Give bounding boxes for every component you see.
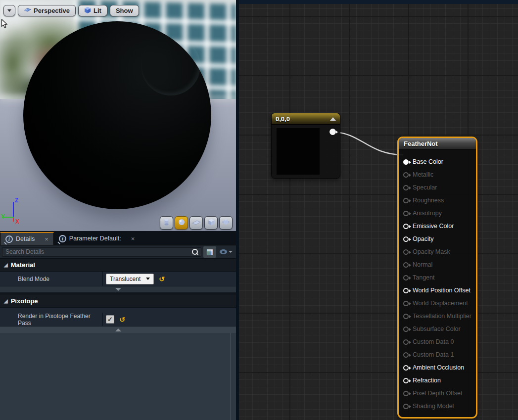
pin-circle-icon[interactable] [403,172,409,178]
viewport-options-button[interactable] [3,5,15,16]
material-node-header[interactable]: FeatherNot [399,138,476,150]
pin-circle-icon[interactable] [403,159,409,165]
pin-circle-icon[interactable] [403,404,409,409]
cube-icon [207,218,215,228]
material-node-title: FeatherNot [404,140,438,147]
z-axis-line [13,202,14,218]
pin-circle-icon[interactable] [403,236,409,242]
pin-circle-icon[interactable] [403,314,409,319]
pin-circle-icon[interactable] [403,198,409,203]
lit-label: Lit [94,7,101,14]
output-pin[interactable] [330,129,336,135]
graph-top-bar [239,0,518,4]
feather-pass-label: Render in Pixotope Feather Pass [0,313,102,327]
constant-node-header[interactable]: 0,0,0 [272,113,340,125]
pin-circle-icon[interactable] [403,275,409,280]
material-pin-custom-data-1[interactable]: Custom Data 1 [399,348,476,361]
blend-mode-value: Translucent [110,276,141,282]
material-pin-ambient-occlusion[interactable]: Ambient Occlusion [399,361,476,374]
material-pin-opacity-mask[interactable]: Opacity Mask [399,245,476,258]
chevron-down-icon [115,288,121,291]
pin-circle-icon[interactable] [403,249,409,255]
material-pin-custom-data-0[interactable]: Custom Data 0 [399,335,476,348]
perspective-button[interactable]: Perspective [18,5,76,16]
preview-mesh-plane-button[interactable] [189,216,203,230]
material-pin-subsurface-color[interactable]: Subsurface Color [399,323,476,335]
tab-parameter-defaults[interactable]: i Parameter Default: × [54,232,140,245]
pixotope-collapse-strip[interactable] [0,327,236,333]
tab-details[interactable]: i Details × [0,232,54,245]
material-pin-opacity[interactable]: Opacity [399,233,476,245]
details-inspector-icon: i [59,235,66,242]
material-pin-base-color[interactable]: Base Color [399,155,476,168]
column-divider[interactable] [102,272,103,286]
property-matrix-button[interactable]: ▦ [203,246,216,258]
collapse-icon[interactable] [330,117,336,121]
material-output-node[interactable]: FeatherNot Base ColorMetallicSpecularRou… [397,137,477,419]
expand-triangle-icon: ◢ [4,298,8,304]
reset-to-default-icon[interactable]: ↺ [119,316,125,323]
material-pin-normal[interactable]: Normal [399,258,476,271]
blend-mode-label: Blend Mode [0,276,102,282]
preview-sphere[interactable] [23,21,211,209]
preview-mesh-cylinder-button[interactable] [160,216,173,230]
lit-button[interactable]: Lit [78,5,107,16]
material-pin-metallic[interactable]: Metallic [399,168,476,181]
pin-circle-icon[interactable] [403,391,409,396]
pin-circle-icon[interactable] [403,378,409,383]
search-input[interactable] [5,248,192,255]
constant-color-node[interactable]: 0,0,0 [271,113,340,179]
material-pin-tessellation-multiplier[interactable]: Tessellation Multiplier [399,310,476,323]
pin-circle-icon[interactable] [403,262,409,268]
show-button[interactable]: Show [110,5,139,16]
material-pin-tangent[interactable]: Tangent [399,271,476,284]
column-divider[interactable] [102,313,103,326]
pin-circle-icon[interactable] [403,301,409,306]
pin-label: Base Color [413,158,443,165]
chevron-down-icon [229,251,233,253]
sphere-icon [178,218,186,228]
material-pin-emissive-color[interactable]: Emissive Color [399,220,476,233]
material-pin-world-position-offset[interactable]: World Position Offset [399,284,476,297]
pin-circle-icon[interactable] [403,352,409,358]
lit-cube-icon [84,6,91,15]
pin-circle-icon[interactable] [403,339,409,345]
close-icon[interactable]: × [131,235,135,242]
material-pin-anisotropy[interactable]: Anisotropy [399,207,476,220]
preview-mesh-sphere-button[interactable] [175,216,188,230]
feather-pass-checkbox[interactable]: ✓ [106,315,114,324]
pin-label: Custom Data 0 [413,338,454,345]
material-graph-canvas[interactable]: 0,0,0 FeatherNot Base ColorMetallicSpecu… [239,0,518,420]
material-pin-roughness[interactable]: Roughness [399,194,476,207]
axis-gizmo: Z Y X [2,197,28,226]
x-axis-label: X [15,218,19,225]
section-header-pixotope[interactable]: ◢ Pixotope [0,295,236,308]
preview-mesh-custom-mesh-button[interactable] [219,216,233,230]
preview-viewport[interactable]: Perspective Lit Show Z Y X [0,0,236,231]
feather-pass-row: Render in Pixotope Feather Pass ✓ ↺ [0,313,236,327]
chevron-down-icon [146,278,150,280]
pin-circle-icon[interactable] [403,224,409,229]
close-icon[interactable]: × [45,235,48,243]
material-pin-pixel-depth-offset[interactable]: Pixel Depth Offset [399,387,476,400]
material-pin-refraction[interactable]: Refraction [399,374,476,387]
pin-label: Ambient Occlusion [413,364,464,371]
preview-mesh-cube-button[interactable] [204,216,218,230]
chevron-up-icon [115,328,121,331]
reset-to-default-icon[interactable]: ↺ [159,276,165,282]
pin-circle-icon[interactable] [403,327,409,332]
details-scrollbar[interactable] [230,333,231,420]
blend-mode-dropdown[interactable]: Translucent [106,274,154,284]
pin-circle-icon[interactable] [403,211,409,216]
pin-circle-icon[interactable] [403,365,409,371]
x-axis-line [13,218,14,222]
view-options-button[interactable] [218,246,234,258]
pin-circle-icon[interactable] [403,288,409,293]
material-advanced-expander[interactable] [0,286,236,292]
section-header-material[interactable]: ◢ Material [0,259,236,272]
pin-label: Custom Data 1 [413,351,454,358]
material-pin-world-displacement[interactable]: World Displacement [399,297,476,310]
material-pin-shading-model[interactable]: Shading Model [399,400,476,413]
material-pin-specular[interactable]: Specular [399,181,476,194]
pin-circle-icon[interactable] [403,185,409,190]
